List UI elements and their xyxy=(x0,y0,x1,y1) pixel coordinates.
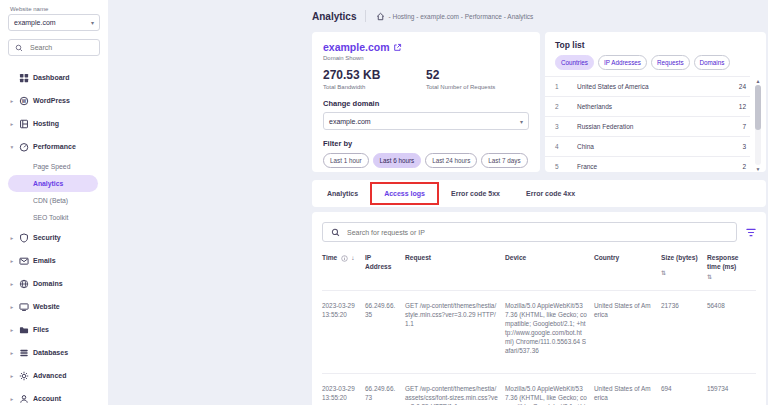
sidebar-item-account[interactable]: ▸ Account xyxy=(8,387,100,405)
sidebar-subitem-page-speed[interactable]: Page Speed xyxy=(8,158,100,175)
sidebar-nav: Dashboard ▸ W WordPress ▸ Hosting ▾ Perf… xyxy=(8,66,100,405)
sidebar-item-hosting[interactable]: ▸ Hosting xyxy=(8,112,100,135)
sidebar-item-label: Advanced xyxy=(33,372,66,379)
sidebar-subitem-cdn[interactable]: CDN (Beta) xyxy=(8,192,100,209)
count: 3 xyxy=(742,143,746,150)
stat-bandwidth: 270.53 KB Total Bandwidth xyxy=(323,68,426,90)
filter-icon[interactable] xyxy=(746,227,756,237)
column-label: IP Address xyxy=(365,253,399,271)
column-header-device[interactable]: Device xyxy=(505,253,594,282)
top-list-row: 5 France 2 xyxy=(545,156,750,176)
top-list: 1 United States of America 24 2 Netherla… xyxy=(545,76,766,176)
count: 12 xyxy=(739,103,746,110)
performance-icon xyxy=(19,142,29,152)
cell-device: Mozilla/5.0 AppleWebKit/537.36 (KHTML, l… xyxy=(505,301,594,355)
sidebar-subitem-seo-toolkit[interactable]: SEO Toolkit xyxy=(8,209,100,226)
website-select[interactable]: example.com ▾ xyxy=(8,14,100,31)
column-header-country[interactable]: Country xyxy=(594,253,661,282)
change-domain-select[interactable]: example.com ▾ xyxy=(323,112,529,130)
chevron-down-icon: ▾ xyxy=(520,118,523,125)
cell-time: 2023-03-29 13:55:20 xyxy=(322,384,365,405)
sidebar-item-databases[interactable]: ▸ Databases xyxy=(8,341,100,364)
scrollbar[interactable]: ▲ ▼ xyxy=(754,78,762,172)
cell-time: 2023-03-29 13:55:20 xyxy=(322,301,365,355)
toplist-tab-countries[interactable]: Countries xyxy=(555,55,594,70)
column-label: Time xyxy=(322,253,337,262)
toplist-tab-ip-addresses[interactable]: IP Addresses xyxy=(598,55,647,70)
stat-value: 52 xyxy=(426,68,529,82)
cell-device: Mozilla/5.0 AppleWebKit/537.36 (KHTML, l… xyxy=(505,384,594,405)
tab-label: Access logs xyxy=(384,190,425,197)
cell-size: 21736 xyxy=(661,301,707,355)
column-header-size[interactable]: Size (bytes)⇅ xyxy=(661,253,707,282)
column-header-time[interactable]: Time ↓ xyxy=(322,253,365,282)
sidebar-item-emails[interactable]: ▸ Emails xyxy=(8,249,100,272)
folder-icon xyxy=(19,325,29,335)
tab-access-logs[interactable]: Access logs xyxy=(371,180,438,207)
external-link-icon[interactable] xyxy=(393,42,403,52)
toplist-tab-requests[interactable]: Requests xyxy=(651,55,690,70)
filter-last-6-hours[interactable]: Last 6 hours xyxy=(373,153,422,168)
tab-analytics[interactable]: Analytics xyxy=(314,180,371,207)
sidebar-item-website[interactable]: ▸ Website xyxy=(8,295,100,318)
count: 24 xyxy=(739,83,746,90)
toplist-tab-domains[interactable]: Domains xyxy=(694,55,731,70)
shield-icon xyxy=(19,233,29,243)
column-label: Size (bytes) xyxy=(661,253,698,262)
cell-request: GET /wp-content/themes/hestia/assets/css… xyxy=(405,384,505,405)
column-header-response-time[interactable]: Response time (ms)⇅ xyxy=(707,253,756,282)
sort-icon[interactable]: ⇅ xyxy=(707,273,712,282)
filter-last-7-days[interactable]: Last 7 days xyxy=(481,153,527,168)
change-domain-value: example.com xyxy=(329,118,371,125)
sidebar-subitem-analytics[interactable]: Analytics xyxy=(8,175,100,192)
sidebar-item-label: WordPress xyxy=(33,97,70,104)
column-label: Request xyxy=(405,253,431,262)
sort-icon[interactable]: ⇅ xyxy=(661,269,666,278)
chevron-right-icon: ▸ xyxy=(9,98,15,104)
chevron-right-icon: ▸ xyxy=(9,121,15,127)
scrollbar-thumb[interactable] xyxy=(755,85,761,130)
sort-desc-icon[interactable]: ↓ xyxy=(351,253,354,262)
filter-last-24-hours[interactable]: Last 24 hours xyxy=(425,153,477,168)
access-logs-card: Time ↓ IP Address Request Device Country… xyxy=(312,212,766,405)
domain-title-link[interactable]: example.com xyxy=(323,41,390,53)
page-title: Analytics xyxy=(312,11,356,22)
sidebar-item-wordpress[interactable]: ▸ W WordPress xyxy=(8,89,100,112)
scrollbar-track[interactable] xyxy=(755,85,761,165)
tab-error-5xx[interactable]: Error code 5xx xyxy=(438,180,513,207)
cell-country: United States of America xyxy=(594,301,661,355)
sidebar-item-label: Dashboard xyxy=(33,74,70,81)
rank: 4 xyxy=(555,143,577,150)
tab-error-4xx[interactable]: Error code 4xx xyxy=(513,180,588,207)
sidebar-search-input[interactable] xyxy=(28,43,88,52)
sidebar-item-domains[interactable]: ▸ Domains xyxy=(8,272,100,295)
logs-search[interactable] xyxy=(322,222,737,242)
time-filter-group: Last 1 hour Last 6 hours Last 24 hours L… xyxy=(323,153,529,168)
top-list-row: 3 Russian Federation 7 xyxy=(545,116,750,136)
sidebar-item-security[interactable]: ▸ Security xyxy=(8,226,100,249)
home-icon[interactable] xyxy=(375,11,385,21)
filter-by-label: Filter by xyxy=(323,139,529,148)
scroll-up-icon[interactable]: ▲ xyxy=(756,78,761,84)
hosting-icon xyxy=(19,119,29,129)
sidebar-item-label: Emails xyxy=(33,257,56,264)
sidebar-item-advanced[interactable]: ▸ Advanced xyxy=(8,364,100,387)
column-header-request[interactable]: Request xyxy=(405,253,505,282)
sidebar-item-files[interactable]: ▸ Files xyxy=(8,318,100,341)
column-header-ip[interactable]: IP Address xyxy=(365,253,405,282)
sidebar-item-dashboard[interactable]: Dashboard xyxy=(8,66,100,89)
tab-label: Error code 4xx xyxy=(526,190,575,197)
country-name: United States of America xyxy=(577,83,739,90)
cell-request: GET /wp-content/themes/hestia/style.min.… xyxy=(405,301,505,355)
chevron-right-icon: ▸ xyxy=(9,373,15,379)
sidebar-item-performance[interactable]: ▾ Performance xyxy=(8,135,100,158)
filter-last-1-hour[interactable]: Last 1 hour xyxy=(323,153,369,168)
logs-search-input[interactable] xyxy=(345,228,729,237)
scroll-down-icon[interactable]: ▼ xyxy=(756,166,761,172)
sidebar: Website name example.com ▾ Dashboard ▸ W… xyxy=(0,0,108,405)
website-name-label: Website name xyxy=(10,6,100,12)
monitor-icon xyxy=(19,302,29,312)
top-list-card: Top list Countries IP Addresses Requests… xyxy=(545,32,766,172)
count: 2 xyxy=(742,163,746,170)
sidebar-search[interactable] xyxy=(8,39,100,56)
